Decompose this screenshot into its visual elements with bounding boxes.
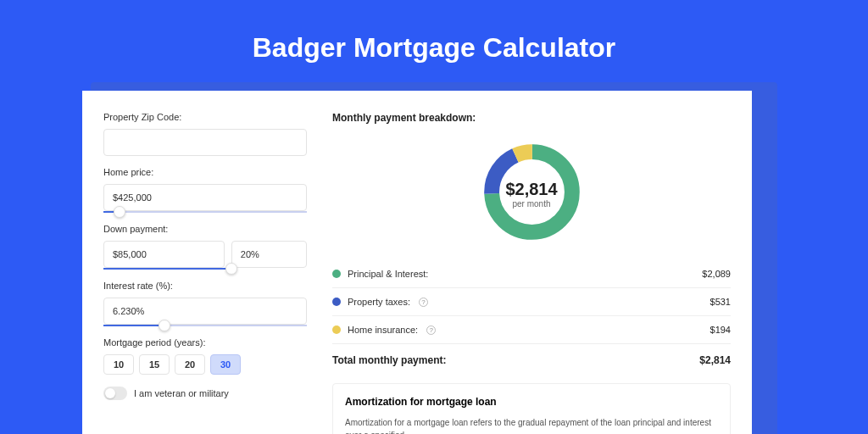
rate-slider-thumb[interactable]: [159, 320, 170, 331]
breakdown-row: Principal & Interest:$2,089: [332, 260, 731, 288]
price-group: Home price:: [103, 167, 307, 213]
calculator-card: Property Zip Code: Home price: Down paym…: [82, 91, 752, 434]
info-icon[interactable]: ?: [426, 326, 436, 335]
toggle-knob: [105, 388, 115, 398]
total-row: Total monthly payment: $2,814: [332, 344, 731, 376]
breakdown-label: Property taxes:: [348, 297, 410, 307]
amort-title: Amortization for mortgage loan: [345, 396, 718, 408]
rate-slider[interactable]: [103, 325, 307, 326]
breakdown-value: $531: [710, 297, 731, 307]
veteran-row: I am veteran or military: [103, 387, 307, 400]
down-group: Down payment:: [103, 224, 307, 270]
price-slider[interactable]: [103, 211, 307, 213]
period-btn-15[interactable]: 15: [139, 354, 170, 375]
breakdown-value: $194: [710, 325, 731, 335]
price-slider-thumb[interactable]: [114, 206, 125, 218]
breakdown-label: Principal & Interest:: [348, 269, 428, 279]
card-shadow: Property Zip Code: Home price: Down paym…: [91, 82, 777, 434]
form-panel: Property Zip Code: Home price: Down paym…: [103, 112, 307, 434]
total-label: Total monthly payment:: [332, 354, 446, 366]
zip-group: Property Zip Code:: [103, 112, 307, 156]
rate-label: Interest rate (%):: [103, 281, 307, 291]
period-btn-30[interactable]: 30: [210, 354, 241, 375]
breakdown-row: Property taxes:?$531: [332, 288, 731, 316]
period-btn-10[interactable]: 10: [103, 354, 134, 375]
veteran-toggle[interactable]: [103, 387, 127, 400]
green-dot-icon: [332, 270, 341, 278]
down-slider[interactable]: [103, 268, 231, 270]
down-slider-thumb[interactable]: [225, 263, 237, 275]
zip-label: Property Zip Code:: [103, 112, 307, 122]
down-label: Down payment:: [103, 224, 307, 234]
info-icon[interactable]: ?: [419, 298, 428, 307]
price-input[interactable]: [103, 184, 307, 211]
period-label: Mortgage period (years):: [103, 337, 307, 348]
breakdown-title: Monthly payment breakdown:: [332, 112, 731, 124]
donut-chart: $2,814 per month: [332, 131, 731, 260]
down-pct-input[interactable]: [231, 241, 307, 268]
total-value: $2,814: [699, 354, 731, 366]
price-label: Home price:: [103, 167, 307, 177]
zip-input[interactable]: [103, 129, 307, 156]
down-input[interactable]: [103, 241, 225, 268]
breakdown-label: Home insurance:: [348, 325, 418, 335]
breakdown-row: Home insurance:?$194: [332, 316, 731, 344]
breakdown-panel: Monthly payment breakdown: $2,814 per mo…: [332, 112, 731, 434]
period-group: Mortgage period (years): 10152030: [103, 337, 307, 375]
period-btn-20[interactable]: 20: [175, 354, 205, 375]
amortization-box: Amortization for mortgage loan Amortizat…: [332, 383, 731, 434]
yellow-dot-icon: [332, 326, 341, 334]
veteran-label: I am veteran or military: [134, 388, 229, 398]
breakdown-value: $2,089: [702, 269, 731, 279]
page-title: Badger Mortgage Calculator: [0, 0, 868, 82]
donut-sub: per month: [505, 199, 557, 209]
blue-dot-icon: [332, 298, 341, 306]
amort-text: Amortization for a mortgage loan refers …: [345, 416, 718, 434]
donut-amount: $2,814: [505, 180, 557, 199]
rate-input[interactable]: [103, 298, 307, 325]
rate-group: Interest rate (%):: [103, 281, 307, 326]
